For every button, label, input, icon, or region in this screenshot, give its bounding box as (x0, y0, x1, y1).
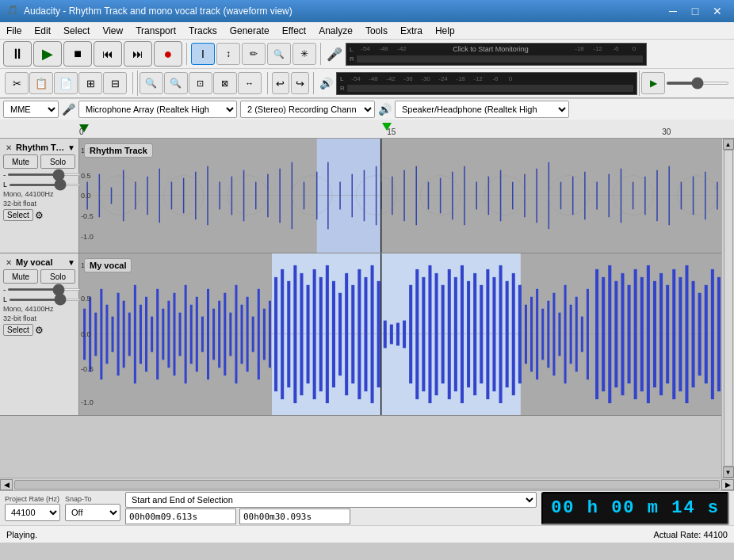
timeline-mark-30: 30 (662, 128, 671, 136)
svg-rect-81 (100, 289, 102, 379)
redo-button[interactable]: ↪ (291, 72, 309, 94)
project-rate-select[interactable]: 44100 (5, 504, 60, 521)
svg-rect-133 (409, 285, 412, 383)
menu-transport[interactable]: Transport (129, 22, 182, 39)
menu-analyze[interactable]: Analyze (312, 22, 359, 39)
svg-rect-102 (218, 301, 220, 368)
paste-button[interactable]: 📄 (54, 72, 78, 94)
output-device-select[interactable]: Speaker/Headphone (Realtek High (395, 101, 569, 118)
fit-project-button[interactable]: ⊠ (213, 72, 237, 94)
snap-to-select[interactable]: Off (65, 504, 120, 521)
input-meter[interactable]: L -54 -48 -42 Click to Start Monitoring … (346, 43, 647, 66)
vocal-close-button[interactable]: ✕ (3, 257, 14, 268)
vocal-track-content[interactable]: 1.0 0.5 0.0 -0.5 -1.0 My vocal (79, 253, 721, 415)
svg-rect-164 (602, 277, 605, 391)
zoom-tool-button[interactable]: 🔍 (267, 43, 291, 65)
scroll-up-button[interactable]: ▲ (723, 139, 734, 150)
selection-mode-select[interactable]: Start and End of Selection (125, 492, 537, 508)
envelope-tool-button[interactable]: ↕ (216, 43, 240, 65)
menu-extra[interactable]: Extra (394, 22, 429, 39)
title-bar: 🎵 Audacity - Rhythm Track and mono vocal… (0, 0, 734, 22)
svg-rect-100 (207, 289, 209, 379)
svg-rect-105 (235, 285, 237, 383)
minimize-button[interactable]: ─ (663, 3, 683, 19)
svg-rect-149 (512, 273, 515, 395)
rhythm-solo-button[interactable]: Solo (40, 154, 75, 169)
svg-rect-82 (105, 305, 108, 364)
zoom-in-button[interactable]: 🔍 (140, 72, 163, 94)
svg-rect-110 (263, 309, 266, 360)
menu-help[interactable]: Help (429, 22, 461, 39)
maximize-button[interactable]: □ (685, 3, 705, 19)
rhythm-track-menu[interactable]: ▼ (67, 143, 75, 152)
play-button[interactable]: ▶ (33, 41, 62, 67)
rhythm-select-button[interactable]: Select (3, 209, 33, 221)
copy-button[interactable]: 📋 (29, 72, 53, 94)
rhythm-track-format: Mono, 44100Hz (3, 190, 75, 198)
svg-rect-76 (593, 253, 721, 415)
rhythm-track-content[interactable]: 1.0 0.5 0.0 -0.5 -1.0 Rhythm Track (79, 139, 721, 253)
scroll-left-button[interactable]: ◀ (0, 479, 13, 490)
svg-rect-126 (364, 277, 367, 391)
vocal-track-menu[interactable]: ▼ (67, 258, 75, 267)
menu-select[interactable]: Select (57, 22, 96, 39)
host-select[interactable]: MME (3, 101, 59, 118)
status-playing: Playing. (6, 530, 637, 539)
svg-rect-98 (196, 297, 198, 372)
draw-tool-button[interactable]: ✏ (242, 43, 266, 65)
undo-button[interactable]: ↩ (272, 72, 290, 94)
speed-slider[interactable] (666, 82, 729, 85)
scroll-right-button[interactable]: ▶ (721, 479, 734, 490)
h-scroll-thumb[interactable] (14, 480, 720, 490)
record-button[interactable]: ● (154, 41, 182, 67)
svg-rect-162 (587, 289, 589, 379)
svg-rect-172 (653, 281, 656, 387)
vocal-select-button[interactable]: Select (3, 324, 33, 336)
selection-end-input[interactable] (239, 509, 350, 524)
channel-select[interactable]: 2 (Stereo) Recording Chann (240, 101, 375, 118)
menu-effect[interactable]: Effect (276, 22, 312, 39)
menu-generate[interactable]: Generate (224, 22, 276, 39)
menu-file[interactable]: File (0, 22, 28, 39)
cut-button[interactable]: ✂ (5, 72, 29, 94)
svg-rect-144 (480, 285, 483, 383)
rhythm-settings-icon[interactable]: ⚙ (35, 210, 46, 221)
trim-button[interactable]: ⊞ (78, 72, 102, 94)
close-button[interactable]: ✕ (707, 3, 728, 19)
menu-view[interactable]: View (96, 22, 129, 39)
vocal-solo-button[interactable]: Solo (40, 269, 75, 284)
zoom-out-button[interactable]: 🔍 (164, 72, 188, 94)
output-meter[interactable]: L -54 -48 -42 -36 -30 -24 -18 -12 -6 0 (336, 72, 637, 95)
vocal-settings-icon[interactable]: ⚙ (35, 325, 46, 336)
selection-tool-button[interactable]: I (191, 43, 215, 65)
svg-rect-155 (547, 301, 549, 368)
selection-start-input[interactable] (125, 509, 236, 524)
menu-edit[interactable]: Edit (28, 22, 57, 39)
title-bar-controls: ─ □ ✕ (663, 3, 728, 19)
svg-rect-99 (201, 317, 204, 352)
rhythm-close-button[interactable]: ✕ (3, 142, 14, 153)
svg-rect-80 (94, 313, 97, 356)
silence-button[interactable]: ⊟ (103, 72, 127, 94)
menu-tools[interactable]: Tools (359, 22, 394, 39)
multitool-button[interactable]: ✳ (292, 43, 316, 65)
vertical-scrollbar[interactable]: ▲ ▼ (721, 139, 734, 478)
pause-button[interactable]: ⏸ (3, 41, 32, 67)
forward-button[interactable]: ⏭ (124, 41, 152, 67)
input-device-select[interactable]: Microphone Array (Realtek High (78, 101, 237, 118)
play-at-speed-button[interactable]: ▶ (641, 72, 665, 94)
zoom-toggle-button[interactable]: ↔ (238, 72, 262, 94)
fit-selection-button[interactable]: ⊡ (189, 72, 212, 94)
menu-tracks[interactable]: Tracks (182, 22, 224, 39)
rewind-button[interactable]: ⏮ (94, 41, 122, 67)
status-bar: Playing. Actual Rate: 44100 (0, 525, 734, 543)
scroll-down-button[interactable]: ▼ (723, 467, 734, 478)
svg-rect-128 (377, 281, 380, 387)
vocal-mute-button[interactable]: Mute (3, 269, 38, 284)
stop-button[interactable]: ■ (63, 41, 92, 67)
svg-rect-158 (564, 285, 567, 383)
rhythm-mute-button[interactable]: Mute (3, 154, 38, 169)
svg-rect-114 (287, 281, 290, 387)
vocal-track-controls: ✕ My vocal ▼ Mute Solo - + L (0, 253, 79, 415)
vocal-gain-minus: - (3, 285, 6, 294)
